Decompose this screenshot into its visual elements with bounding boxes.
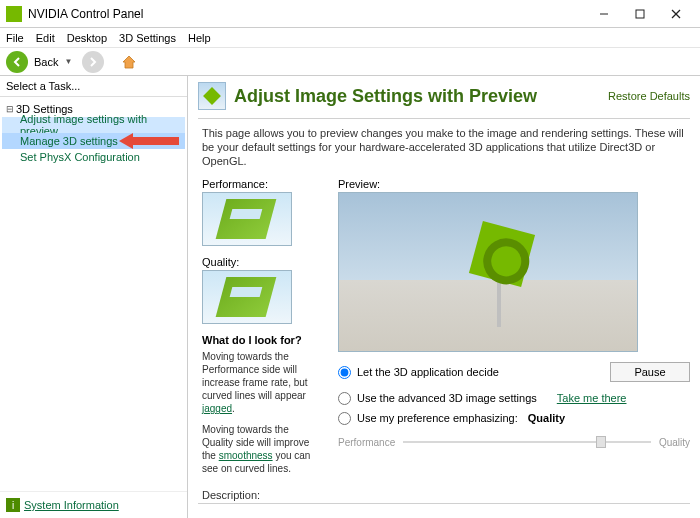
nvidia-app-icon [6, 6, 22, 22]
menu-desktop[interactable]: Desktop [67, 32, 107, 44]
task-tree: ⊟ 3D Settings Adjust image settings with… [0, 97, 187, 491]
page-title: Adjust Image Settings with Preview [234, 86, 608, 107]
jagged-link[interactable]: jagged [202, 403, 232, 414]
text: Moving towards the Performance side will… [202, 351, 308, 401]
radio-label: Let the 3D application decide [357, 366, 499, 378]
content-pane: Adjust Image Settings with Preview Resto… [188, 76, 700, 518]
sidebar: Select a Task... ⊟ 3D Settings Adjust im… [0, 76, 188, 518]
restore-defaults-link[interactable]: Restore Defaults [608, 90, 690, 102]
svg-rect-1 [636, 10, 644, 18]
menu-file[interactable]: File [6, 32, 24, 44]
quality-label: Quality: [202, 256, 322, 268]
tree-item-adjust-image[interactable]: Adjust image settings with preview [2, 117, 185, 133]
sidebar-header: Select a Task... [0, 76, 187, 97]
tree-item-label[interactable]: Set PhysX Configuration [20, 151, 140, 163]
preview-pane [338, 192, 638, 352]
text: . [232, 403, 235, 414]
smoothness-link[interactable]: smoothness [219, 450, 273, 461]
take-me-there-link[interactable]: Take me there [557, 392, 627, 404]
quality-slider-row: Performance Quality [338, 434, 690, 450]
nvidia-3d-logo-icon [469, 217, 539, 317]
tree-item-label[interactable]: Manage 3D settings [20, 135, 118, 147]
tree-expander-icon[interactable]: ⊟ [4, 104, 16, 114]
menu-bar: File Edit Desktop 3D Settings Help [0, 28, 700, 48]
window-title: NVIDIA Control Panel [28, 7, 586, 21]
left-column: Performance: Quality: What do I look for… [202, 178, 322, 475]
close-button[interactable] [658, 3, 694, 25]
system-information[interactable]: i System Information [0, 491, 187, 518]
pause-button[interactable]: Pause [610, 362, 690, 382]
tree-item-manage-3d[interactable]: Manage 3D settings [2, 133, 185, 149]
lookfor-para-1: Moving towards the Performance side will… [202, 350, 322, 415]
slider-right-label: Quality [659, 437, 690, 448]
lookfor-title: What do I look for? [202, 334, 322, 346]
description-label: Description: [198, 489, 690, 501]
performance-thumbnail [202, 192, 292, 246]
annotation-arrow-icon [119, 134, 189, 148]
lookfor-para-2: Moving towards the Quality side will imp… [202, 423, 322, 475]
radio-use-preference[interactable] [338, 412, 351, 425]
preview-label: Preview: [338, 178, 690, 190]
performance-label: Performance: [202, 178, 322, 190]
menu-help[interactable]: Help [188, 32, 211, 44]
home-icon[interactable] [120, 53, 138, 71]
radio-label: Use my preference emphasizing: [357, 412, 518, 424]
system-information-link[interactable]: System Information [24, 499, 119, 511]
back-button[interactable] [6, 51, 28, 73]
title-bar: NVIDIA Control Panel [0, 0, 700, 28]
back-dropdown-icon[interactable]: ▼ [64, 57, 72, 66]
forward-button[interactable] [82, 51, 104, 73]
settings-radios: Let the 3D application decide [338, 362, 610, 382]
divider [198, 503, 690, 504]
radio-let-app-decide[interactable] [338, 366, 351, 379]
menu-edit[interactable]: Edit [36, 32, 55, 44]
slider-left-label: Performance [338, 437, 395, 448]
quality-thumbnail [202, 270, 292, 324]
divider [198, 118, 690, 119]
slider-knob-icon[interactable] [596, 436, 606, 448]
radio-use-advanced[interactable] [338, 392, 351, 405]
quality-slider[interactable] [403, 434, 651, 450]
page-header-icon [198, 82, 226, 110]
back-label: Back [34, 56, 58, 68]
menu-3d-settings[interactable]: 3D Settings [119, 32, 176, 44]
maximize-button[interactable] [622, 3, 658, 25]
toolbar: Back ▼ [0, 48, 700, 76]
preference-value: Quality [528, 412, 565, 424]
info-icon: i [6, 498, 20, 512]
page-intro: This page allows you to preview changes … [198, 127, 690, 168]
right-column: Preview: Let the 3D application decide P… [338, 178, 690, 475]
minimize-button[interactable] [586, 3, 622, 25]
radio-label: Use the advanced 3D image settings [357, 392, 537, 404]
tree-item-physx[interactable]: Set PhysX Configuration [2, 149, 185, 165]
svg-marker-4 [123, 56, 135, 68]
